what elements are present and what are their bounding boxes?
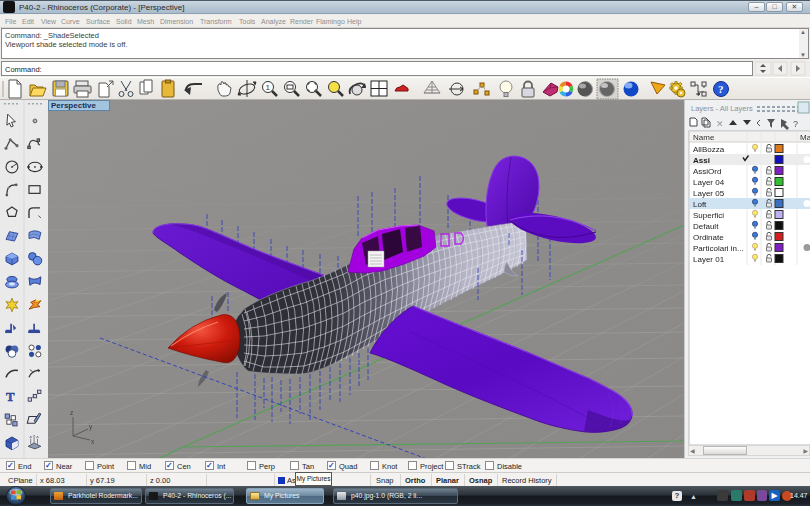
svg-text:1: 1: [266, 83, 271, 92]
svg-text:Assi: Assi: [693, 156, 710, 165]
svg-text:Layer 05: Layer 05: [693, 189, 725, 198]
svg-text:Loft: Loft: [693, 200, 707, 209]
svg-text:Layer 01: Layer 01: [693, 255, 725, 264]
svg-text:Particolari in...: Particolari in...: [693, 244, 744, 253]
svg-text:?: ?: [718, 83, 724, 95]
svg-text:AllBozza: AllBozza: [693, 145, 725, 154]
svg-text:AssiOrd: AssiOrd: [693, 167, 721, 176]
svg-text:z: z: [70, 409, 73, 416]
svg-text:Superfici: Superfici: [693, 211, 724, 220]
svg-text:T: T: [6, 390, 15, 404]
svg-text:Layer 04: Layer 04: [693, 178, 725, 187]
svg-text:Default: Default: [693, 222, 719, 231]
svg-text:Mat: Mat: [800, 133, 810, 142]
svg-text:✕: ✕: [716, 119, 724, 129]
svg-text:Ordinate: Ordinate: [693, 233, 724, 242]
svg-text:Name: Name: [693, 133, 715, 142]
svg-text:?: ?: [793, 119, 798, 129]
